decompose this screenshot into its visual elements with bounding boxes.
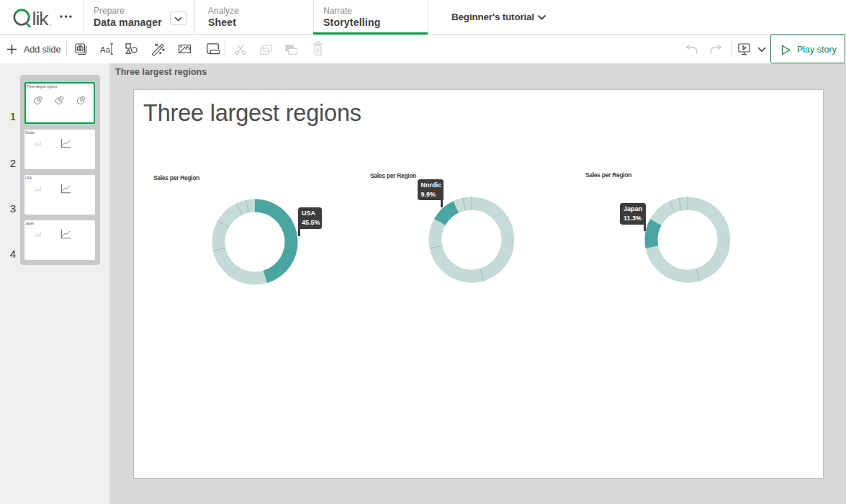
svg-text:lik: lik	[32, 8, 50, 29]
